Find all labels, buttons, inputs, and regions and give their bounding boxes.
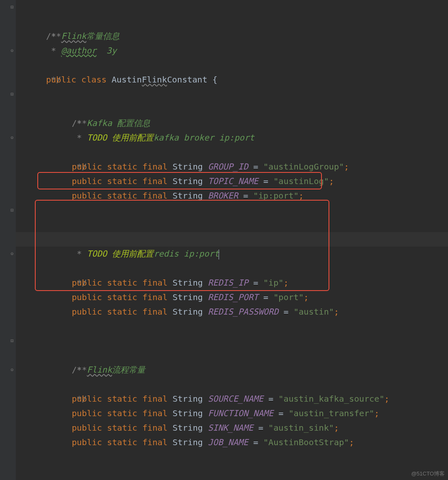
code-line: ⊖ */	[16, 247, 448, 261]
blank-line	[16, 189, 448, 203]
field-declaration: public static final String FUNCTION_NAME…	[16, 392, 448, 406]
code-line: * @author 3y	[16, 29, 448, 44]
code-line: * TODO 使用前配置redis ip:port	[16, 232, 448, 247]
code-line: ⊖ */	[16, 363, 448, 377]
field-declaration: public static final String SINK_NAME = "…	[16, 406, 448, 421]
code-line: ⊟ /**	[16, 203, 448, 218]
editor-viewport: ⊟ /** * Flink常量信息 * @author 3y ⊖ */ publ…	[0, 0, 448, 480]
code-line: * Flink常量信息	[16, 15, 448, 29]
code-line: * Kafka 配置信息	[16, 102, 448, 116]
field-declaration: public static final String REDIS_PORT = …	[16, 276, 448, 290]
blank-line	[16, 305, 448, 319]
field-declaration: public static final String TOPIC_NAME = …	[16, 160, 448, 174]
watermark: @51CTO博客	[411, 470, 445, 478]
fold-end-icon[interactable]: ⊖	[9, 247, 15, 261]
code-line: * Flink流程常量	[16, 348, 448, 363]
blank-line	[16, 73, 448, 87]
fold-open-icon[interactable]: ⊟	[9, 334, 15, 348]
code-line: ⊟ /**	[16, 87, 448, 102]
fold-end-icon[interactable]: ⊖	[9, 131, 15, 145]
class-declaration: public class AustinFlinkConstant {	[16, 58, 448, 73]
field-declaration: public static final String BROKER = "ip:…	[16, 174, 448, 189]
code-line: ⊖ */	[16, 44, 448, 58]
code-line: * TODO 使用前配置kafka broker ip:port	[16, 116, 448, 131]
fold-end-icon[interactable]: ⊖	[9, 363, 15, 377]
blank-line	[16, 319, 448, 334]
fold-end-icon[interactable]: ⊖	[9, 44, 15, 58]
code-line: ⊟ /**	[16, 0, 448, 15]
code-line: }	[16, 464, 448, 479]
fold-open-icon[interactable]: ⊟	[9, 203, 15, 218]
code-line: ⊖ */	[16, 131, 448, 145]
gutter	[0, 0, 16, 480]
code-area[interactable]: ⊟ /** * Flink常量信息 * @author 3y ⊖ */ publ…	[16, 0, 448, 480]
blank-line	[16, 435, 448, 450]
field-declaration: public static final String GROUP_ID = "a…	[16, 145, 448, 160]
blank-line	[16, 450, 448, 464]
code-line: ⊟ /**	[16, 334, 448, 348]
field-declaration: public static final String REDIS_IP = "i…	[16, 261, 448, 276]
field-declaration: public static final String REDIS_PASSWOR…	[16, 290, 448, 305]
fold-open-icon[interactable]: ⊟	[9, 0, 15, 15]
field-declaration: public static final String JOB_NAME = "A…	[16, 421, 448, 435]
code-line: * redis 配置	[16, 218, 448, 232]
field-declaration: public static final String SOURCE_NAME =…	[16, 377, 448, 392]
fold-open-icon[interactable]: ⊟	[9, 87, 15, 102]
